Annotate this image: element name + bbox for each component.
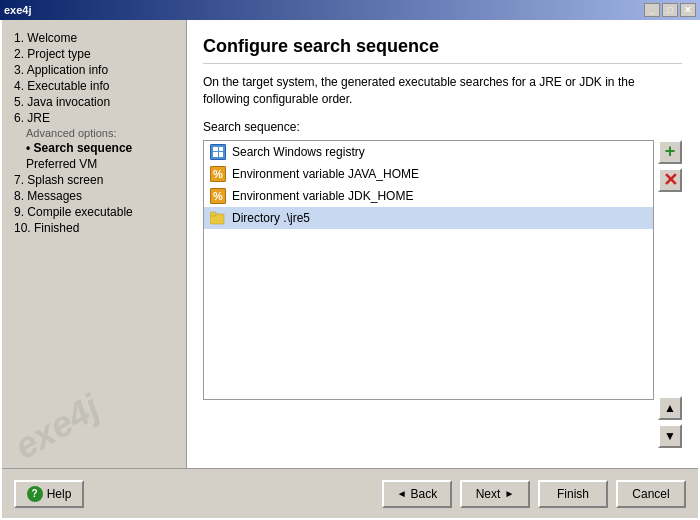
minimize-button[interactable]: _: [644, 3, 660, 17]
move-down-button[interactable]: ▼: [658, 424, 682, 448]
list-item-directory-label: Directory .\jre5: [232, 211, 310, 225]
remove-icon: ✕: [663, 169, 678, 191]
move-buttons: ▲ ▼: [658, 396, 682, 452]
main-window: 1. Welcome 2. Project type 3. Applicatio…: [0, 20, 700, 520]
list-item-java-home-label: Environment variable JAVA_HOME: [232, 167, 419, 181]
section-label: Search sequence:: [203, 120, 682, 134]
cancel-button[interactable]: Cancel: [616, 480, 686, 508]
help-label: Help: [47, 487, 72, 501]
svg-rect-1: [210, 212, 216, 216]
sidebar-item-splash-screen[interactable]: 7. Splash screen: [10, 172, 178, 188]
add-remove-buttons: + ✕: [658, 140, 682, 192]
title-bar: exe4j _ □ ✕: [0, 0, 700, 20]
title-bar-buttons: _ □ ✕: [644, 3, 696, 17]
sidebar-advanced-label: Advanced options:: [10, 126, 178, 140]
sidebar: 1. Welcome 2. Project type 3. Applicatio…: [2, 20, 187, 468]
bottom-bar: ? Help ◄ Back Next ► Finish Cancel: [2, 468, 698, 518]
list-item-jdk-home-label: Environment variable JDK_HOME: [232, 189, 413, 203]
directory-icon: [210, 210, 226, 226]
sidebar-item-project-type[interactable]: 2. Project type: [10, 46, 178, 62]
sidebar-item-search-sequence[interactable]: • Search sequence: [10, 140, 178, 156]
back-button[interactable]: ◄ Back: [382, 480, 452, 508]
next-label: Next: [476, 487, 501, 501]
description-text: On the target system, the generated exec…: [203, 74, 682, 108]
registry-icon-graphic: [210, 144, 226, 160]
add-button[interactable]: +: [658, 140, 682, 164]
move-up-button[interactable]: ▲: [658, 396, 682, 420]
content-area: 1. Welcome 2. Project type 3. Applicatio…: [2, 20, 698, 468]
help-button[interactable]: ? Help: [14, 480, 84, 508]
sidebar-item-welcome[interactable]: 1. Welcome: [10, 30, 178, 46]
right-buttons: + ✕ ▲ ▼: [658, 140, 682, 452]
java-home-icon: %: [210, 166, 226, 182]
list-item-directory[interactable]: Directory .\jre5: [204, 207, 653, 229]
up-arrow-icon: ▲: [664, 401, 676, 415]
list-item-registry[interactable]: Search Windows registry: [204, 141, 653, 163]
search-sequence-list[interactable]: Search Windows registry % Environment va…: [203, 140, 654, 400]
list-area: Search Windows registry % Environment va…: [203, 140, 682, 452]
back-arrow-icon: ◄: [397, 488, 407, 499]
list-item-jdk-home[interactable]: % Environment variable JDK_HOME: [204, 185, 653, 207]
list-item-java-home[interactable]: % Environment variable JAVA_HOME: [204, 163, 653, 185]
sidebar-item-app-info[interactable]: 3. Application info: [10, 62, 178, 78]
sidebar-item-compile-exe[interactable]: 9. Compile executable: [10, 204, 178, 220]
next-arrow-icon: ►: [504, 488, 514, 499]
title-bar-title: exe4j: [4, 4, 32, 16]
back-label: Back: [411, 487, 438, 501]
registry-icon: [210, 144, 226, 160]
close-button[interactable]: ✕: [680, 3, 696, 17]
help-circle-icon: ?: [27, 486, 43, 502]
maximize-button[interactable]: □: [662, 3, 678, 17]
cancel-label: Cancel: [632, 487, 669, 501]
sidebar-item-messages[interactable]: 8. Messages: [10, 188, 178, 204]
finish-label: Finish: [557, 487, 589, 501]
list-item-registry-label: Search Windows registry: [232, 145, 365, 159]
watermark: exe4j: [8, 386, 107, 467]
sidebar-item-preferred-vm[interactable]: Preferred VM: [10, 156, 178, 172]
next-button[interactable]: Next ►: [460, 480, 530, 508]
sidebar-item-finished[interactable]: 10. Finished: [10, 220, 178, 236]
page-title: Configure search sequence: [203, 36, 682, 64]
jdk-home-icon: %: [210, 188, 226, 204]
main-content: Configure search sequence On the target …: [187, 20, 698, 468]
bullet-icon: •: [26, 141, 34, 155]
add-icon: +: [665, 141, 676, 162]
remove-button[interactable]: ✕: [658, 168, 682, 192]
sidebar-item-jre[interactable]: 6. JRE: [10, 110, 178, 126]
finish-button[interactable]: Finish: [538, 480, 608, 508]
sidebar-item-java-invocation[interactable]: 5. Java invocation: [10, 94, 178, 110]
down-arrow-icon: ▼: [664, 429, 676, 443]
sidebar-item-exe-info[interactable]: 4. Executable info: [10, 78, 178, 94]
folder-icon-svg: [210, 210, 226, 226]
